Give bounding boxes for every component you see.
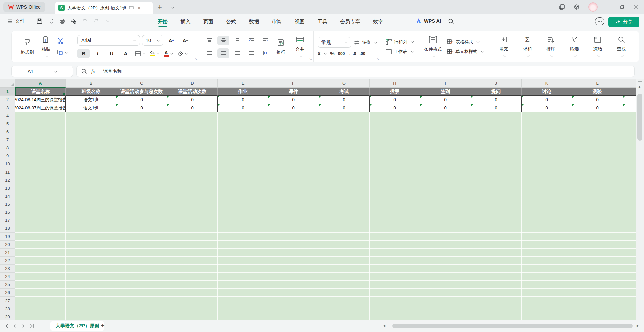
name-box[interactable]: A1 (11, 66, 73, 77)
increase-indent-button[interactable] (260, 36, 272, 45)
row-number-3[interactable]: 3 (0, 104, 15, 112)
cell-I1[interactable]: 签到 (420, 88, 471, 96)
row-number-26[interactable]: 26 (0, 289, 15, 297)
column-header-partial[interactable] (623, 79, 636, 88)
alignment-group-expand-icon[interactable]: ↘ (309, 57, 312, 61)
row-number-12[interactable]: 12 (0, 176, 15, 184)
cell-H3[interactable]: 0 (370, 104, 420, 112)
cell-A3[interactable]: 2024-08-07周三的课堂报告 (15, 104, 66, 112)
decrease-decimal-button[interactable]: ←.0 (348, 51, 356, 56)
formula-input[interactable]: fx 课堂名称 (76, 66, 635, 77)
number-format-select[interactable]: 常规 (318, 37, 351, 48)
rows-columns-button[interactable]: 行和列 (385, 39, 414, 45)
column-header-I[interactable]: I (420, 79, 471, 88)
redo-icon[interactable] (93, 18, 100, 24)
cell-E2[interactable]: 0 (218, 96, 268, 104)
font-family-select[interactable]: Arial (77, 35, 140, 46)
app-home-button[interactable]: WPS Office (3, 2, 45, 12)
scroll-right-icon[interactable]: ▶ (637, 324, 639, 327)
cell-B3[interactable]: 语文1班 (66, 104, 116, 112)
cell-partial-2[interactable] (623, 96, 636, 104)
cell-L2[interactable]: 0 (572, 96, 623, 104)
scroll-left-icon[interactable]: ◀ (383, 324, 385, 327)
format-painter-button[interactable]: 格式刷 (18, 34, 37, 60)
undo-icon[interactable] (82, 18, 88, 24)
align-left-button[interactable] (203, 48, 215, 58)
insert-function-icon[interactable]: fx (91, 69, 95, 74)
paste-button[interactable]: 粘贴 (37, 34, 55, 60)
cell-D3[interactable]: 0 (167, 104, 218, 112)
previous-sheet-icon[interactable] (13, 324, 17, 328)
decrease-font-button[interactable]: A− (179, 36, 192, 45)
document-tab[interactable]: S 大学语文（2P）原创-语文1班 × (55, 2, 153, 14)
column-header-H[interactable]: H (370, 79, 420, 88)
cell-G3[interactable]: 0 (319, 104, 370, 112)
worksheet-button[interactable]: 工作表 (385, 48, 414, 55)
add-sheet-button[interactable]: + (101, 322, 105, 330)
cell-A1-selected[interactable]: 课堂名称 (15, 88, 66, 96)
row-number-5[interactable]: 5 (0, 120, 15, 128)
column-header-E[interactable]: E (218, 79, 268, 88)
row-number-25[interactable]: 25 (0, 281, 15, 289)
freeze-button[interactable]: 冻结 (588, 34, 607, 60)
increase-decimal-button[interactable]: .00 (359, 51, 365, 56)
column-header-B[interactable]: B (66, 79, 116, 88)
active-sheet-tab[interactable]: 大学语文（2P）原创 (50, 321, 104, 331)
cell-F1[interactable]: 课件 (268, 88, 319, 96)
wps-ai-button[interactable]: WPS AI (415, 18, 441, 24)
percent-format-button[interactable]: % (330, 51, 334, 56)
sum-button[interactable]: Σ 求和 (518, 34, 537, 60)
row-number-16[interactable]: 16 (0, 208, 15, 216)
clear-format-button[interactable] (176, 49, 189, 58)
cell-F2[interactable]: 0 (268, 96, 319, 104)
cell-C1[interactable]: 课堂活动参与总次数 (116, 88, 167, 96)
cell-A2[interactable]: 2024-08-14周三的课堂报告 (15, 96, 66, 104)
cell-J1[interactable]: 提问 (471, 88, 522, 96)
print-preview-icon[interactable] (70, 18, 77, 24)
align-top-button[interactable] (203, 36, 215, 45)
borders-button[interactable] (134, 49, 146, 58)
cell-D2[interactable]: 0 (167, 96, 218, 104)
close-tab-icon[interactable]: × (138, 5, 141, 11)
sort-button[interactable]: 排序 (541, 34, 560, 60)
bold-button[interactable]: B (77, 49, 90, 58)
search-icon[interactable] (448, 18, 454, 25)
row-number-20[interactable]: 20 (0, 241, 15, 249)
cell-partial-3[interactable] (623, 104, 636, 112)
increase-font-button[interactable]: A+ (165, 36, 177, 45)
app-center-cube-icon[interactable] (574, 4, 580, 10)
row-number-22[interactable]: 22 (0, 257, 15, 265)
decrease-indent-button[interactable] (246, 36, 258, 45)
filter-button[interactable]: 筛选 (565, 34, 584, 60)
share-button[interactable]: 分享 (608, 17, 639, 27)
tab-formula[interactable]: 公式 (225, 15, 237, 29)
row-number-11[interactable]: 11 (0, 168, 15, 176)
vertical-scrollbar[interactable]: ▲ (636, 79, 644, 320)
row-number-8[interactable]: 8 (0, 144, 15, 152)
cells-area[interactable]: 课堂名称班级名称课堂活动参与总次数课堂活动次数作业课件考试投票签到提问讨论测验2… (15, 88, 636, 320)
last-sheet-icon[interactable] (30, 324, 34, 328)
cell-K3[interactable]: 0 (522, 104, 572, 112)
tab-tools[interactable]: 工具 (317, 15, 328, 29)
cell-C3[interactable]: 0 (116, 104, 167, 112)
cell-J3[interactable]: 0 (471, 104, 522, 112)
cell-style-button[interactable]: 单元格样式 (447, 48, 484, 55)
column-header-L[interactable]: L (572, 79, 623, 88)
merge-cells-button[interactable]: 合并 (290, 34, 309, 60)
align-middle-button[interactable] (217, 36, 229, 45)
print-icon[interactable] (59, 18, 65, 24)
font-color-button[interactable]: A (162, 49, 174, 58)
row-number-29[interactable]: 29 (0, 313, 15, 320)
convert-button[interactable]: 转换 (353, 39, 377, 45)
quickbar-chevron-icon[interactable] (106, 19, 109, 22)
justify-button[interactable] (246, 48, 258, 58)
cell-H2[interactable]: 0 (370, 96, 420, 104)
cell-K1[interactable]: 讨论 (522, 88, 572, 96)
align-bottom-button[interactable] (231, 36, 244, 45)
row-number-14[interactable]: 14 (0, 192, 15, 200)
row-number-23[interactable]: 23 (0, 265, 15, 273)
first-sheet-icon[interactable] (4, 324, 9, 328)
find-button[interactable]: 查找 (612, 34, 631, 60)
scroll-up-icon[interactable]: ▲ (638, 85, 641, 88)
row-number-10[interactable]: 10 (0, 160, 15, 168)
